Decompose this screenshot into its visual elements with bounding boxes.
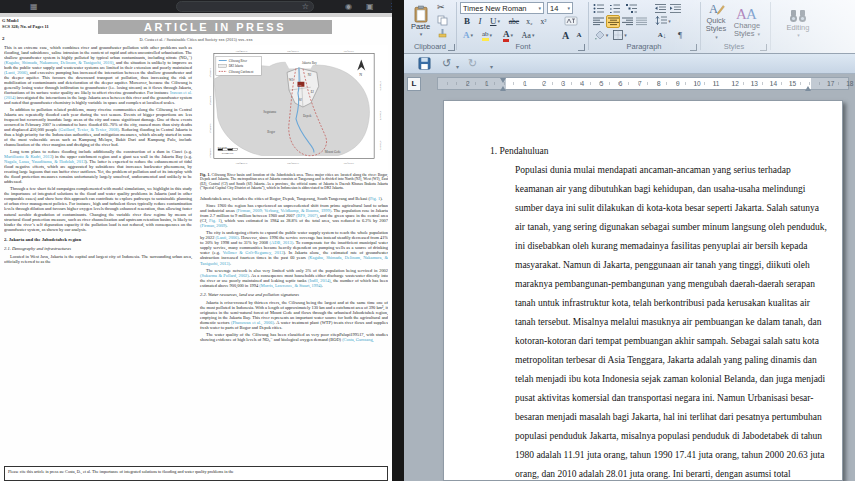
underline-button[interactable]: U▾ — [487, 15, 503, 27]
paper-paragraph: Long term plans to reduce flooding inclu… — [4, 149, 192, 184]
customize-toolbar-icon[interactable]: ▾ — [490, 60, 493, 75]
citation-link[interactable]: (Costa, Garnsang, — [342, 337, 374, 342]
paper-paragraph: Since 1960 the region has experienced an… — [200, 203, 388, 228]
citation-link[interactable]: (Firman, 2009) — [200, 223, 227, 228]
increase-indent-icon[interactable] — [669, 3, 682, 14]
format-painter-icon[interactable] — [437, 28, 448, 39]
italic-button[interactable]: I — [474, 15, 486, 27]
superscript-button[interactable]: x² — [537, 15, 550, 27]
legend-dki-swatch — [219, 64, 227, 67]
label-depok: Depok — [303, 114, 312, 118]
y-tick-r3: 6°30′0″S — [379, 141, 382, 151]
grow-font-button[interactable]: A — [559, 29, 572, 41]
editing-dropdown-icon[interactable]: ▾ — [797, 32, 800, 38]
borders-button[interactable]: ▾ — [611, 29, 629, 41]
redo-icon[interactable]: ↻ — [468, 56, 477, 71]
document-page[interactable]: 1. Pendahuluan Populasi dunia mulai mend… — [443, 100, 843, 481]
clipboard-dialog-launcher[interactable] — [448, 44, 455, 51]
text-run: ). — [380, 196, 383, 201]
address-bar[interactable]: ☆ — [176, 1, 314, 12]
hanging-indent-marker[interactable] — [500, 83, 506, 91]
font-name-value: Times New Roman — [463, 4, 527, 13]
paper-heading: 2.2. Water resources, land use and pollu… — [200, 292, 388, 297]
extensions-icon[interactable]: ▣ — [366, 1, 374, 12]
doc-heading[interactable]: 1. Pendahuluan — [490, 142, 830, 161]
bookmark-star-icon[interactable]: ☆ — [302, 2, 309, 12]
styles-group-label: Styles — [702, 42, 766, 51]
ruler-number: 6 — [619, 80, 623, 87]
paste-dropdown-icon[interactable]: ▾ — [420, 31, 423, 37]
window-separator — [392, 0, 404, 481]
bold-button[interactable]: B — [461, 15, 473, 27]
align-left-button[interactable] — [592, 15, 605, 27]
paper-paragraph: Jabodetabek area, includes the cities of… — [200, 196, 388, 201]
y-tick-r1: 6°10′0″S — [379, 81, 382, 91]
phonetic-guide-icon[interactable] — [564, 15, 578, 27]
undo-icon[interactable]: ↺ — [442, 56, 451, 71]
paste-button[interactable]: Paste ▾ — [407, 1, 434, 41]
text-effects-button[interactable]: A▾ — [461, 29, 475, 41]
undo-dropdown-icon[interactable]: ▾ — [456, 60, 459, 75]
doc-paragraph[interactable]: Populasi dunia mulai mendapati ancaman-a… — [515, 161, 830, 481]
map-svg: Ciliwung River DKI Jakarta Ciliwung Catc… — [200, 45, 388, 171]
shading-button[interactable]: ▾ — [592, 29, 610, 41]
apps-grid-icon[interactable]: ▦ — [30, 1, 38, 12]
paragraph-dialog-launcher[interactable] — [690, 44, 697, 51]
shrink-font-button[interactable]: A — [573, 29, 585, 41]
strikethrough-button[interactable]: abc — [506, 15, 522, 27]
legend-catchment-label: Ciliwung Catchment — [229, 70, 254, 74]
font-name-dropdown-icon[interactable]: ▾ — [538, 5, 541, 11]
quick-access-toolbar: ↺ ▾ ↻ ▾ — [404, 54, 855, 74]
font-size-dropdown-icon[interactable]: ▾ — [567, 5, 570, 11]
numbered-list-icon[interactable] — [609, 3, 621, 14]
font-size-combobox[interactable]: 14 ▾ — [547, 2, 573, 14]
x-tick-1: 106°40′0″E — [236, 50, 248, 53]
copy-icon[interactable] — [437, 15, 448, 26]
sort-button[interactable]: A↓ — [654, 29, 670, 41]
font-dialog-launcher[interactable] — [578, 44, 585, 51]
horizontal-ruler[interactable]: 121234567891011121314151718 — [437, 77, 849, 90]
cut-icon[interactable]: ✂ — [437, 2, 445, 12]
highlight-button[interactable]: ab▾ — [478, 29, 496, 41]
paper-heading: 2. Jakarta and the Jabodetabek region — [4, 237, 192, 242]
ruler-number: 17 — [827, 80, 834, 87]
label-mount-gede: Mount Gede — [325, 150, 341, 154]
citation-link[interactable]: Fig. 1 — [370, 196, 380, 201]
ruler-number: 13 — [751, 80, 758, 87]
change-styles-button[interactable]: A A ChangeStyles ▾ — [733, 1, 761, 41]
font-color-button[interactable]: A▾ — [499, 29, 517, 41]
align-center-button[interactable] — [606, 15, 620, 28]
bullet-list-icon[interactable] — [593, 3, 605, 14]
ruler-number: 12 — [732, 80, 739, 87]
figure-caption: Fig. 1. Ciliwung River basin and locatio… — [200, 173, 388, 190]
paragraph-group-label: Paragraph — [590, 42, 698, 51]
save-icon[interactable] — [418, 57, 431, 70]
justify-button[interactable] — [635, 15, 648, 27]
doc-body[interactable]: Populasi dunia mulai mendapati ancaman-a… — [490, 161, 830, 481]
label-jakarta-bay: Jakarta Bay — [302, 61, 317, 65]
y-tick-r2: 6°20′0″S — [379, 111, 382, 121]
show-paragraph-marks-button[interactable]: ¶ — [674, 29, 686, 41]
tab-stop-selector[interactable]: L — [407, 77, 421, 91]
quick-styles-button[interactable]: A QuickStyles ▾ — [703, 1, 729, 41]
multilevel-list-icon[interactable] — [625, 3, 638, 14]
journal-pages-line: SCS 328; No. of Pages 11 — [2, 24, 49, 29]
subscript-button[interactable]: x₂ — [523, 15, 536, 27]
legend-river-label: Ciliwung River — [229, 59, 247, 63]
citation-link[interactable]: (Morris, Lawrence, & Stuart, 1994) — [259, 283, 322, 288]
line-spacing-button[interactable]: ▾ — [654, 15, 672, 27]
align-right-button[interactable] — [621, 15, 634, 27]
right-indent-marker[interactable] — [805, 83, 811, 91]
ruler-number: 4 — [581, 80, 585, 87]
styles-dialog-launcher[interactable] — [760, 44, 767, 51]
paper-paragraph: The water quality of the Ciliwung has be… — [200, 332, 388, 342]
font-name-combobox[interactable]: Times New Roman ▾ — [460, 2, 544, 14]
paper-paragraph: This is an extreme case, which combines … — [4, 45, 192, 105]
change-case-button[interactable]: Aa▾ — [519, 29, 537, 41]
label-sugutamu: Sugutamu — [263, 110, 276, 114]
editing-button[interactable]: Editing ▾ — [778, 1, 818, 45]
ruler-number: 11 — [713, 80, 720, 87]
label-bogor: Bogor — [267, 130, 276, 134]
profile-icon[interactable]: ◉ — [345, 1, 352, 12]
decrease-indent-icon[interactable] — [654, 3, 667, 14]
